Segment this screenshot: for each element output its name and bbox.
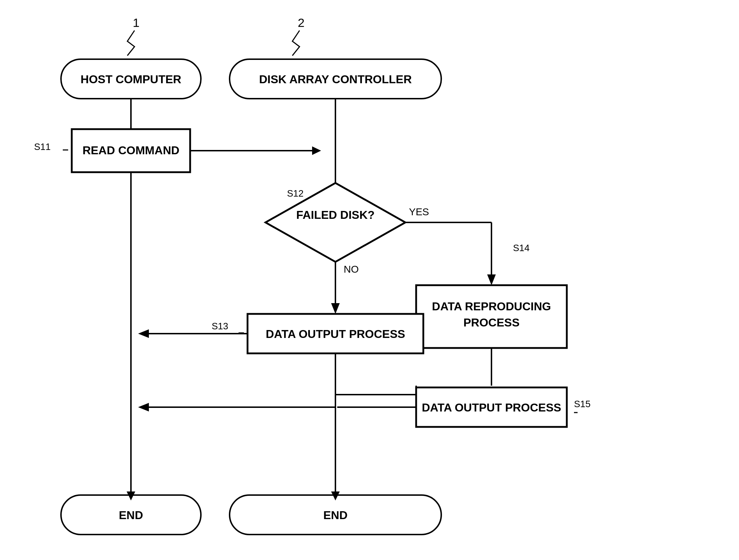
ref1-line: [127, 30, 135, 56]
diagram-container: 1 2 HOST COMPUTER DISK ARRAY CONTROLLER …: [0, 0, 739, 560]
rc-to-fd-arrow: [312, 146, 321, 155]
failed-disk-line1: FAILED DISK?: [296, 208, 375, 221]
no-to-dop-arrow: [331, 303, 340, 314]
s12-label: S12: [287, 188, 303, 199]
host-computer-label: HOST COMPUTER: [81, 73, 182, 86]
data-reproducing-line1: DATA REPRODUCING: [432, 300, 551, 313]
s13-label: S13: [212, 321, 228, 331]
yes-label: YES: [409, 206, 429, 217]
dop-s13-left-arrow: [138, 329, 149, 338]
ref2-line: [292, 30, 300, 56]
s15-label: S15: [574, 399, 590, 409]
dop-s15-left-arrow: [138, 403, 149, 411]
data-output-s15-label: DATA OUTPUT PROCESS: [422, 401, 561, 414]
read-command-label: READ COMMAND: [83, 144, 179, 157]
ref-num-2: 2: [298, 16, 305, 29]
failed-disk-diamond: [265, 183, 405, 262]
s14-label: S14: [513, 243, 529, 253]
to-end-right-arrow: [331, 491, 340, 500]
disk-array-controller-label: DISK ARRAY CONTROLLER: [259, 73, 412, 86]
yes-down-arrow: [487, 274, 496, 285]
no-label: NO: [344, 264, 359, 275]
end-right-label: END: [323, 509, 348, 522]
to-end-left-arrow: [127, 491, 135, 500]
data-output-s13-label: DATA OUTPUT PROCESS: [266, 328, 405, 340]
ref-num-1: 1: [133, 16, 140, 29]
end-left-label: END: [119, 509, 143, 522]
s11-label: S11: [34, 141, 51, 152]
data-reproducing-line2: PROCESS: [463, 316, 519, 329]
